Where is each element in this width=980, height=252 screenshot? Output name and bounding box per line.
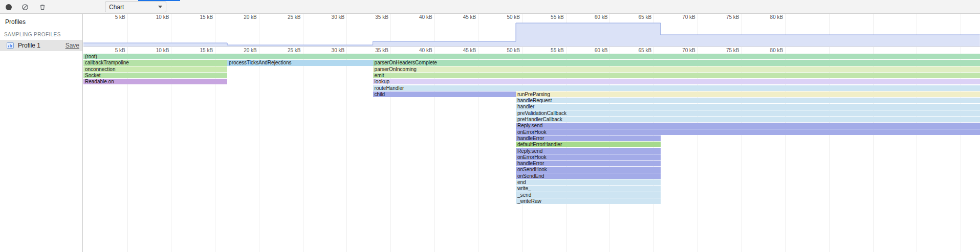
chevron-down-icon — [158, 6, 162, 8]
ruler-tick-label: 75 kB — [714, 48, 739, 53]
record-icon — [6, 4, 12, 10]
ruler-tick-label: 10 kB — [143, 48, 169, 53]
flame-frame[interactable]: handleError — [516, 161, 661, 166]
ruler-tick-label: 10 kB — [143, 14, 169, 20]
profile-name: Profile 1 — [18, 42, 40, 49]
flame-frame[interactable]: Socket — [83, 73, 227, 78]
flame-frame[interactable]: preValidationCallback — [516, 110, 980, 116]
flame-frame[interactable]: write_ — [516, 186, 661, 191]
trash-icon — [39, 4, 46, 11]
flame-frame[interactable]: defaultErrorHandler — [516, 142, 661, 147]
ruler-tick-label: 20 kB — [231, 14, 257, 20]
flame-frame[interactable]: handleRequest — [516, 98, 980, 103]
flame-frame[interactable]: onSendEnd — [516, 173, 661, 179]
flame-frame[interactable]: lookup — [373, 79, 980, 84]
ruler-tick-label: 70 kB — [670, 14, 695, 20]
sampling-profiles-section-title: SAMPLING PROFILES — [0, 29, 82, 40]
flame-frame[interactable]: child — [373, 91, 516, 97]
flame-frame[interactable]: onconnection — [83, 66, 227, 72]
ruler-tick-label: 40 kB — [407, 48, 432, 53]
circle-slash-icon — [21, 4, 29, 11]
flame-frame[interactable]: processTicksAndRejections — [227, 60, 373, 65]
ruler-tick-label: 15 kB — [187, 48, 213, 53]
flame-frame[interactable]: parserOnHeadersComplete — [373, 60, 980, 65]
flame-frame[interactable]: onErrorHook — [516, 129, 980, 135]
flame-frame[interactable]: callbackTrampoline — [83, 60, 227, 65]
ruler-tick-label: 65 kB — [626, 48, 651, 53]
ruler-tick-label: 5 kB — [100, 14, 125, 20]
overview-pane[interactable] — [83, 20, 980, 47]
ruler-top: 5 kB10 kB15 kB20 kB25 kB30 kB35 kB40 kB4… — [83, 14, 980, 20]
flame-frame[interactable]: emit — [373, 73, 980, 78]
ruler-tick-label: 35 kB — [363, 48, 388, 53]
toolbar: Chart — [0, 0, 980, 14]
ruler-tick-label: 60 kB — [582, 14, 607, 20]
ruler-tick-label: 80 kB — [757, 14, 783, 20]
profile-item[interactable]: Profile 1 Save — [0, 40, 82, 51]
flame-frame[interactable]: _writeRaw — [516, 198, 661, 204]
ruler-tick-label: 35 kB — [363, 14, 388, 20]
flame-frame[interactable]: (root) — [83, 54, 980, 59]
flame-frame[interactable]: parserOnIncoming — [373, 66, 980, 72]
chart-view-select[interactable]: Chart — [105, 2, 166, 12]
flame-frame[interactable]: runPreParsing — [516, 91, 980, 97]
ruler-tick-label: 40 kB — [407, 14, 432, 20]
flame-frame[interactable]: onSendHook — [516, 167, 661, 172]
profiles-header: Profiles — [0, 14, 82, 29]
ruler-tick-label: 50 kB — [494, 48, 520, 53]
chart-select-value: Chart — [109, 4, 124, 11]
ruler-tick-label: 65 kB — [626, 14, 651, 20]
delete-profile-button[interactable] — [36, 2, 49, 12]
flame-frame[interactable]: Reply.send — [516, 123, 980, 128]
flame-frame[interactable]: routeHandler — [373, 85, 980, 91]
ruler-tick-label: 5 kB — [100, 48, 125, 53]
flame-frame[interactable]: preHandlerCallback — [516, 117, 980, 122]
ruler-tick-label: 30 kB — [319, 48, 344, 53]
ruler-tick-label: 15 kB — [187, 14, 213, 20]
tab-accent-line — [138, 0, 180, 1]
save-profile-link[interactable]: Save — [66, 42, 79, 49]
flame-frame[interactable]: handler — [516, 104, 980, 109]
ruler-tick-label: 70 kB — [670, 48, 695, 53]
ruler-tick-label: 25 kB — [275, 48, 301, 53]
ruler-tick-label: 45 kB — [450, 48, 476, 53]
main-panel: 5 kB10 kB15 kB20 kB25 kB30 kB35 kB40 kB4… — [83, 14, 980, 252]
ruler-tick-label: 50 kB — [494, 14, 520, 20]
record-button[interactable] — [2, 2, 15, 12]
ruler-tick-label: 45 kB — [450, 14, 476, 20]
overview-graph — [83, 20, 980, 47]
sidebar: Profiles SAMPLING PROFILES Profile 1 Sav… — [0, 14, 83, 252]
ruler-bottom: 5 kB10 kB15 kB20 kB25 kB30 kB35 kB40 kB4… — [83, 47, 980, 54]
ruler-tick-label: 60 kB — [582, 48, 607, 53]
flame-frame[interactable]: Reply.send — [516, 148, 661, 154]
ruler-tick-label: 55 kB — [538, 48, 564, 53]
ruler-tick-label: 75 kB — [714, 14, 739, 20]
clear-all-profiles-button[interactable] — [18, 2, 32, 12]
flame-frame[interactable]: handleError — [516, 135, 661, 141]
ruler-tick-label: 25 kB — [275, 14, 301, 20]
ruler-tick-label: 30 kB — [319, 14, 344, 20]
flame-frame[interactable]: onErrorHook — [516, 154, 661, 160]
ruler-tick-label: 20 kB — [231, 48, 257, 53]
ruler-tick-label: 55 kB — [538, 14, 564, 20]
flame-frame[interactable]: Readable.on — [83, 79, 227, 84]
profile-icon — [6, 41, 14, 50]
ruler-tick-label: 80 kB — [757, 48, 783, 53]
flame-frame[interactable]: _send — [516, 192, 661, 198]
flame-frame[interactable]: end — [516, 179, 661, 185]
